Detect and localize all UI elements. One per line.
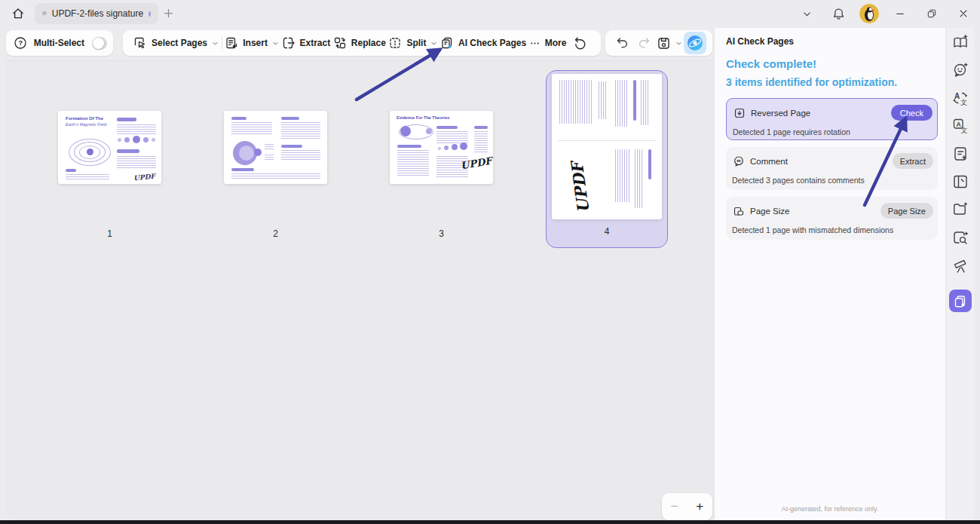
restore-icon: [926, 8, 937, 19]
close-icon: [958, 8, 969, 19]
bell-icon: [832, 8, 845, 20]
check-item-name: Reversed Page: [751, 109, 886, 118]
undo-button[interactable]: [611, 32, 632, 54]
translate-button[interactable]: A 文: [951, 90, 970, 106]
panel-title: AI Check Pages: [726, 36, 794, 47]
chevron-down-icon: [430, 40, 437, 47]
page-size-action-button[interactable]: Page Size: [880, 203, 933, 219]
ai-search-button[interactable]: [951, 229, 970, 246]
page-number: 4: [547, 226, 667, 237]
replace-icon: [333, 36, 347, 50]
avatar[interactable]: [859, 4, 879, 23]
page-thumbnail[interactable]: Evidence For The Theories UPDF: [390, 111, 493, 184]
page-thumbnail[interactable]: [224, 111, 327, 184]
notifications-button[interactable]: [828, 3, 849, 24]
ai-summary-button[interactable]: [951, 146, 970, 162]
extract-icon: [282, 36, 296, 50]
ocr-translate-button[interactable]: A 文: [951, 118, 970, 134]
reader-view-button[interactable]: [951, 173, 970, 190]
chevron-down-icon: [212, 40, 219, 47]
reset-rotate-icon: [572, 35, 587, 51]
more-dots-icon: [529, 38, 541, 49]
new-tab-button[interactable]: [163, 8, 174, 19]
select-pages-icon: [133, 36, 147, 50]
ai-assistant-icon: [686, 34, 704, 52]
insert-icon: [225, 36, 238, 50]
check-item-page-size[interactable]: Page Size Page Size Detected 1 page with…: [726, 197, 938, 240]
page-thumbnail[interactable]: Formation Of The Earth's Magnetic Field …: [58, 111, 161, 184]
close-button[interactable]: [953, 3, 974, 24]
document-tab[interactable]: UPDF-2-files signature: [35, 3, 158, 24]
toolbar-divider: [222, 36, 222, 50]
page-organizer-canvas: Formation Of The Earth's Magnetic Field …: [6, 60, 714, 520]
multi-select-group: ? Multi-Select: [6, 30, 113, 56]
page-thumbnail[interactable]: UPDF: [552, 74, 662, 219]
restore-button[interactable]: [921, 3, 942, 24]
check-item-comment[interactable]: Comment Extract Detected 3 pages contain…: [726, 147, 938, 190]
note-sparkle-icon: [952, 146, 969, 162]
select-pages-button[interactable]: Select Pages: [133, 36, 219, 50]
more-button[interactable]: More: [529, 38, 567, 49]
check-item-reversed-page[interactable]: Reversed Page Check Detected 1 page requ…: [726, 98, 938, 140]
help-button[interactable]: ?: [14, 32, 28, 54]
selected-page-container[interactable]: UPDF 4: [546, 70, 668, 248]
page1-title: Formation Of The: [66, 116, 103, 121]
zoom-in-button[interactable]: +: [696, 499, 703, 514]
chevron-down-icon: [802, 9, 812, 19]
collapse-chevron-button[interactable]: [796, 3, 817, 24]
book-panel-icon: [952, 173, 969, 190]
ai-check-pages-icon: [440, 36, 454, 50]
check-action-button[interactable]: Check: [891, 105, 933, 121]
search-sparkle-icon: [952, 229, 969, 246]
ai-read-button[interactable]: [951, 34, 970, 51]
avatar-puffin-image: [859, 4, 879, 23]
multi-select-label: Multi-Select: [34, 38, 84, 48]
check-item-description: Detected 1 page requires rotation: [727, 121, 937, 144]
translate-box-icon: A 文: [952, 118, 969, 134]
minimize-button[interactable]: [890, 3, 911, 24]
svg-text:文: 文: [960, 127, 967, 134]
chevron-down-icon: [675, 40, 682, 47]
page1-signature: UPDF: [133, 173, 156, 182]
multi-select-toggle[interactable]: [92, 37, 107, 50]
ai-check-pages-rail-button[interactable]: [949, 290, 972, 312]
ai-assistant-chat-button[interactable]: [951, 62, 970, 78]
insert-label: Insert: [243, 38, 268, 48]
split-button[interactable]: Split: [388, 36, 437, 50]
home-button[interactable]: [8, 3, 29, 24]
page-number: 2: [224, 228, 327, 239]
title-bar: UPDF-2-files signature: [0, 0, 980, 27]
ai-assistant-button[interactable]: [684, 32, 706, 54]
save-button[interactable]: [657, 36, 682, 51]
home-icon: [11, 7, 25, 20]
organize-toolbar: ? Multi-Select Select Pages Insert: [0, 27, 714, 60]
extract-action-button[interactable]: Extract: [893, 153, 933, 169]
ai-check-pages-panel: AI Check Pages Check complete! 3 items i…: [714, 28, 945, 520]
ai-check-pages-button[interactable]: AI Check Pages: [440, 36, 526, 50]
save-icon: [657, 36, 671, 51]
window-bottom-edge: [0, 520, 980, 524]
extract-button[interactable]: Extract: [282, 36, 331, 50]
translate-icon: A 文: [952, 90, 969, 106]
explore-button[interactable]: [951, 257, 970, 274]
page-fold-line: [558, 140, 656, 141]
zoom-controls: − +: [662, 493, 712, 520]
replace-button[interactable]: Replace: [333, 36, 386, 50]
document-bubble-icon: [42, 8, 47, 19]
ai-check-pages-active-icon: [953, 294, 967, 308]
check-item-name: Comment: [750, 157, 887, 166]
page-number: 3: [390, 228, 493, 239]
page-size-icon: [733, 205, 745, 217]
reset-button[interactable]: [569, 32, 590, 54]
ai-organize-button[interactable]: [951, 201, 970, 218]
zoom-out-button[interactable]: −: [671, 499, 678, 514]
insert-button[interactable]: Insert: [225, 36, 279, 50]
ai-tools-rail: A 文 A 文: [945, 28, 974, 520]
unsaved-changes-dot: [149, 11, 151, 17]
page-actions-group: Select Pages Insert Extract: [123, 30, 601, 56]
reversed-page-icon: [733, 107, 746, 119]
history-save-group: [605, 30, 712, 56]
check-item-description: Detected 3 pages contains comments: [726, 169, 938, 192]
redo-button[interactable]: [634, 32, 655, 54]
replace-label: Replace: [351, 38, 386, 48]
